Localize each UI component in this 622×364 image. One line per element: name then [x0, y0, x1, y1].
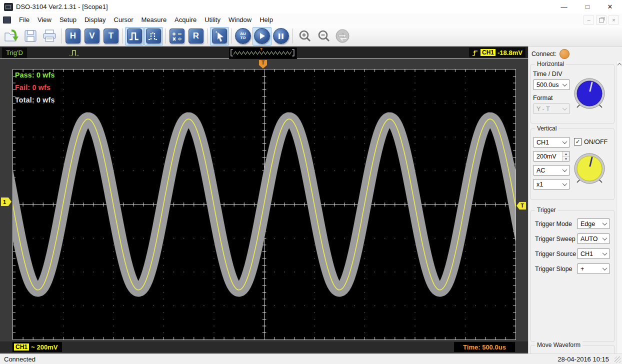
channel1-ground-marker[interactable]: 1: [1, 198, 12, 206]
pulse-icon: [127, 28, 142, 44]
maximize-button[interactable]: □: [578, 0, 598, 14]
t-icon: T: [104, 28, 118, 44]
v-icon: V: [84, 28, 100, 44]
autoset-button[interactable]: AUTO: [234, 27, 252, 46]
menu-window[interactable]: Window: [224, 14, 256, 25]
zoom-out-button[interactable]: [314, 27, 333, 46]
trigger-readout: CH1 -18.8mV: [469, 48, 526, 58]
coupling-select[interactable]: AC: [533, 165, 570, 176]
trigger-sweep-row: Trigger Sweep AUTO: [535, 234, 610, 244]
total-count-text: Total: 0 wfs: [15, 96, 55, 104]
toolbar-separator: [61, 28, 62, 44]
time-div-select[interactable]: 500.0us: [533, 80, 570, 90]
trigger-position-label: T: [262, 60, 264, 66]
close-icon: ✕: [608, 3, 613, 10]
mdi-close-button[interactable]: ×: [608, 16, 619, 24]
panel-scrollbar[interactable]: [616, 62, 622, 354]
channel1-marker-label: 1: [3, 199, 6, 205]
window-title: DSO-3104 Ver2.1.31 - [Scope1]: [16, 3, 108, 10]
format-value: Y - T: [536, 106, 550, 112]
mdi-minimize-icon: –: [587, 17, 590, 23]
vertical-group-title: Vertical: [535, 125, 558, 132]
trigger-sweep-label: Trigger Sweep: [535, 236, 576, 242]
math-button[interactable]: [168, 27, 186, 46]
stepper-buttons[interactable]: ▲ ▼: [562, 152, 570, 161]
menu-utility[interactable]: Utility: [200, 14, 224, 25]
menu-help[interactable]: Help: [256, 14, 277, 25]
trigger-sweep-select[interactable]: AUTO: [577, 234, 610, 244]
run-button[interactable]: [252, 27, 272, 46]
vertical-setup-button[interactable]: V: [82, 27, 102, 46]
minimize-button[interactable]: —: [554, 0, 574, 14]
print-button[interactable]: [40, 27, 59, 46]
mdi-restore-button[interactable]: [596, 16, 606, 24]
spin-up-icon[interactable]: ▲: [562, 152, 570, 156]
scope-graticule[interactable]: [12, 69, 516, 340]
format-select: Y - T: [533, 104, 570, 114]
onoff-checkbox[interactable]: ✓: [574, 138, 582, 146]
transfer-button[interactable]: [333, 27, 352, 46]
horizontal-knob[interactable]: [572, 76, 608, 112]
open-button[interactable]: [2, 27, 21, 46]
toolbar-separator: [165, 28, 166, 44]
trigger-slope-row: Trigger Slope +: [535, 264, 610, 274]
pass-fail-button[interactable]: [125, 27, 144, 46]
save-floppy-icon: [24, 29, 38, 43]
trigger-position-marker[interactable]: T: [259, 60, 267, 68]
trigger-source-row: Trigger Source CH1: [535, 248, 610, 259]
probe-select[interactable]: x1: [533, 179, 570, 190]
mdi-minimize-button[interactable]: –: [584, 16, 594, 24]
close-button[interactable]: ✕: [600, 0, 620, 14]
trigger-level-marker[interactable]: T: [516, 202, 526, 210]
pause-button[interactable]: [272, 27, 290, 46]
onoff-label: ON/OFF: [584, 138, 608, 146]
channel-select-value: CH1: [536, 139, 549, 146]
toolbar-separator: [122, 28, 123, 44]
open-folder-icon: [4, 29, 19, 43]
cursor-select-button[interactable]: [210, 27, 229, 46]
trigger-slope-select[interactable]: +: [577, 264, 610, 274]
vertical-knob[interactable]: [572, 151, 608, 187]
waveform-preview[interactable]: T: [229, 48, 297, 59]
menu-cursor[interactable]: Cursor: [110, 14, 138, 25]
mdi-window-controls: – ×: [584, 16, 619, 24]
trigger-mode-value: Edge: [580, 220, 595, 228]
auto-icon: AUTO: [235, 28, 251, 44]
menu-measure[interactable]: Measure: [138, 14, 171, 25]
trigger-status-badge: Trig'D: [2, 48, 27, 58]
menu-file[interactable]: File: [15, 14, 34, 25]
menu-acquire[interactable]: Acquire: [170, 14, 200, 25]
toolbar-separator: [292, 28, 293, 44]
connect-status-row: Connect:: [532, 49, 570, 59]
menu-view[interactable]: View: [34, 14, 56, 25]
menu-setup[interactable]: Setup: [56, 14, 80, 25]
volts-div-stepper[interactable]: 200mV ▲ ▼: [533, 151, 570, 162]
trigger-mode-select[interactable]: Edge: [577, 218, 610, 229]
menu-display[interactable]: Display: [80, 14, 110, 25]
trigger-source-select[interactable]: CH1: [577, 248, 610, 259]
channel-select[interactable]: CH1: [533, 137, 570, 148]
trigger-group: Trigger Trigger Mode Edge Trigger Sweep …: [530, 210, 614, 342]
menu-bar: File View Setup Display Cursor Measure A…: [0, 14, 622, 26]
spin-down-icon[interactable]: ▼: [562, 156, 570, 161]
time-div-label: Time / DIV: [533, 70, 562, 78]
title-bar: DSO-3104 Ver2.1.31 - [Scope1] — □ ✕: [0, 0, 622, 14]
scroll-up-icon[interactable]: [618, 63, 622, 67]
mask-setup-button[interactable]: [144, 27, 163, 46]
zoom-out-icon: [316, 29, 330, 43]
channel-info-strip: CH1 ~ 200mV Time: 500.0us: [0, 342, 528, 352]
onoff-row: ✓ ON/OFF: [574, 138, 608, 146]
channel1-badge: CH1: [14, 344, 29, 350]
resize-grip[interactable]: [614, 356, 621, 363]
trigger-setup-button[interactable]: T: [102, 27, 120, 46]
save-button[interactable]: [21, 27, 40, 46]
math-operators-icon: [170, 28, 184, 44]
horizontal-setup-button[interactable]: H: [64, 27, 82, 46]
reference-button[interactable]: R: [186, 27, 206, 46]
zoom-in-button[interactable]: [295, 27, 314, 46]
trigger-level-value: -18.8mV: [498, 49, 522, 56]
trigger-channel-badge: CH1: [480, 49, 496, 56]
move-waveform-group: Move Waveform: [530, 345, 614, 354]
rising-edge-icon: [472, 48, 478, 57]
trigger-slope-value: +: [580, 266, 584, 272]
